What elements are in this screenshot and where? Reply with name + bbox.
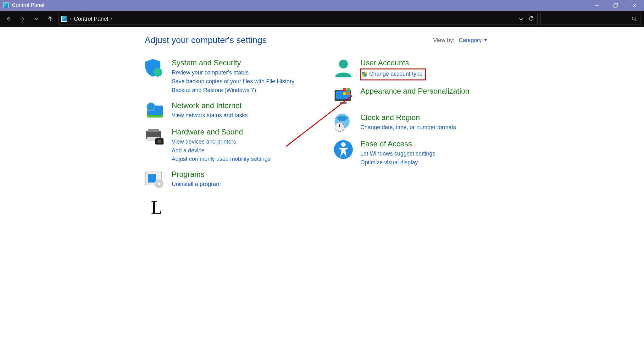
search-box[interactable] [540, 13, 641, 25]
link-uninstall-program[interactable]: Uninstall a program [172, 180, 308, 189]
svg-rect-31 [340, 102, 347, 104]
category-title[interactable]: Programs [172, 170, 308, 179]
window-title: Control Panel [12, 2, 44, 8]
view-by-label: View by: [433, 37, 454, 44]
svg-rect-21 [148, 174, 156, 183]
link-file-history[interactable]: Save backup copies of your files with Fi… [172, 77, 308, 86]
category-appearance: Appearance and Personalization [333, 87, 497, 107]
chevron-right-icon: › [69, 16, 71, 22]
link-text: Change account type [369, 70, 423, 79]
breadcrumb-root[interactable]: Control Panel [74, 16, 108, 22]
control-panel-icon [3, 3, 9, 8]
printer-camera-icon [145, 128, 165, 148]
category-user-accounts: User Accounts Change account type [333, 58, 497, 80]
category-title[interactable]: Appearance and Personalization [360, 87, 497, 96]
svg-rect-30 [347, 92, 350, 95]
svg-point-8 [632, 17, 636, 20]
globe-monitor-icon [145, 101, 165, 121]
view-by-value: Category [459, 37, 482, 44]
svg-point-24 [339, 60, 348, 68]
link-suggest-settings[interactable]: Let Windows suggest settings [360, 150, 497, 158]
user-icon [333, 58, 353, 79]
category-ease-of-access: Ease of Access Let Windows suggest setti… [333, 139, 497, 167]
link-backup-restore[interactable]: Backup and Restore (Windows 7) [172, 86, 308, 95]
link-review-status[interactable]: Review your computer's status [172, 68, 308, 77]
shield-icon [145, 58, 165, 79]
svg-point-11 [153, 68, 162, 77]
monitor-swatches-icon [333, 87, 353, 107]
category-title[interactable]: System and Security [172, 58, 308, 67]
category-programs: Programs Uninstall a program [145, 170, 308, 190]
link-change-account-type[interactable]: Change account type [362, 70, 423, 79]
svg-marker-10 [484, 39, 487, 41]
page-title: Adjust your computer's settings [145, 35, 267, 45]
address-bar[interactable]: › Control Panel › [58, 13, 538, 25]
close-button[interactable] [625, 0, 644, 11]
uac-shield-icon [362, 71, 367, 77]
svg-rect-16 [148, 129, 159, 132]
svg-rect-28 [347, 88, 350, 91]
chevron-right-icon: › [111, 16, 113, 22]
up-button[interactable] [45, 13, 56, 25]
back-button[interactable] [3, 13, 14, 25]
recent-locations-button[interactable] [31, 13, 42, 25]
accessibility-icon [333, 139, 353, 160]
category-title[interactable]: Ease of Access [360, 139, 497, 148]
minimize-button[interactable] [587, 0, 606, 11]
svg-rect-29 [343, 92, 346, 95]
svg-rect-27 [343, 88, 346, 91]
programs-icon [145, 170, 165, 190]
category-title[interactable]: User Accounts [360, 58, 497, 67]
category-system-security: System and Security Review your computer… [145, 58, 308, 95]
category-title[interactable]: Clock and Region [360, 113, 497, 122]
link-devices-printers[interactable]: View devices and printers [172, 138, 308, 146]
annotation-letter: L [151, 197, 163, 218]
address-dropdown-button[interactable] [517, 16, 525, 21]
titlebar: Control Panel [0, 0, 644, 11]
restore-button[interactable] [606, 0, 625, 11]
globe-clock-icon [333, 113, 353, 133]
refresh-button[interactable] [527, 16, 535, 21]
category-title[interactable]: Hardware and Sound [172, 128, 308, 136]
svg-point-23 [158, 183, 160, 185]
category-title[interactable]: Network and Internet [172, 101, 308, 110]
svg-point-19 [158, 139, 161, 143]
highlight-change-account-type: Change account type [360, 68, 426, 80]
link-mobility-settings[interactable]: Adjust commonly used mobility settings [172, 155, 308, 164]
svg-rect-2 [614, 4, 617, 7]
link-date-time-formats[interactable]: Change date, time, or number formats [360, 123, 497, 132]
forward-button[interactable] [17, 13, 28, 25]
link-optimize-display[interactable]: Optimize visual display [360, 158, 497, 167]
category-hardware: Hardware and Sound View devices and prin… [145, 128, 308, 164]
category-clock-region: Clock and Region Change date, time, or n… [333, 113, 497, 133]
content-area: Adjust your computer's settings View by:… [0, 27, 644, 344]
svg-rect-13 [147, 115, 163, 117]
control-panel-icon [61, 16, 67, 22]
svg-line-9 [635, 20, 637, 21]
category-network: Network and Internet View network status… [145, 101, 308, 121]
view-by-control: View by: Category [433, 37, 497, 44]
link-network-status[interactable]: View network status and tasks [172, 111, 308, 120]
link-add-device[interactable]: Add a device [172, 146, 308, 155]
navigation-bar: › Control Panel › [0, 11, 644, 27]
svg-point-37 [341, 142, 346, 147]
view-by-dropdown[interactable]: Category [459, 37, 487, 44]
search-icon [632, 16, 637, 21]
